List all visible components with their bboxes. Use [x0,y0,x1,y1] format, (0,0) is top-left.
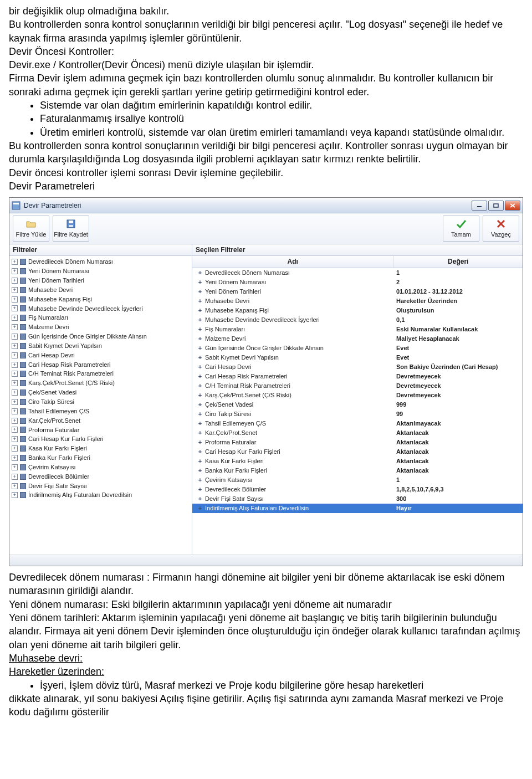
expand-icon[interactable]: + [12,287,18,293]
grid-row[interactable]: +Muhasebe DevriHareketler Üzerinden [192,296,523,306]
expand-icon[interactable]: + [12,390,18,396]
tree-item[interactable]: +Malzeme Devri [12,322,190,332]
expand-icon[interactable]: + [197,419,203,428]
grid-row[interactable]: +Cari Hesap Kur Farkı FişleriAktarılacak [192,447,523,457]
grid-row[interactable]: +Kar.Çek/Prot.SenetAktarılacak [192,428,523,438]
tree-item[interactable]: +Muhasebe Devri [12,285,190,295]
tree-item[interactable]: +Cari Hesap Risk Parametreleri [12,360,190,370]
grid-row[interactable]: +Devir Fişi Satır Sayısı300 [192,494,523,504]
expand-icon[interactable]: + [197,353,203,362]
expand-icon[interactable]: + [197,278,203,287]
expand-icon[interactable]: + [197,315,203,325]
titlebar[interactable]: Devir Parametreleri [9,198,523,213]
expand-icon[interactable]: + [197,381,203,391]
tree-item[interactable]: +Devredilecek Bölümler [12,472,190,481]
expand-icon[interactable]: + [197,287,203,296]
expand-icon[interactable]: + [197,334,203,344]
tree-item[interactable]: +Kasa Kur Farkı Fişleri [12,444,190,453]
expand-icon[interactable]: + [197,400,203,409]
tree-item[interactable]: +Banka Kur Farkı Fişleri [12,453,190,463]
tree-item[interactable]: +Devredilecek Dönem Numarası [12,257,190,266]
minimize-button[interactable] [472,201,487,211]
expand-icon[interactable]: + [12,474,18,480]
filters-tree[interactable]: +Devredilecek Dönem Numarası+Yeni Dönem … [9,256,192,555]
expand-icon[interactable]: + [197,504,203,513]
tree-item[interactable]: +Ciro Takip Süresi [12,397,190,407]
tree-item[interactable]: +Yeni Dönem Numarası [12,266,190,276]
expand-icon[interactable]: + [197,372,203,381]
expand-icon[interactable]: + [12,334,18,340]
expand-icon[interactable]: + [12,352,18,358]
expand-icon[interactable]: + [12,464,18,470]
expand-icon[interactable]: + [197,475,203,485]
tree-item[interactable]: +Sabit Kıymet Devri Yapılsın [12,341,190,351]
expand-icon[interactable]: + [12,492,18,498]
grid-col-value[interactable]: Değeri [393,256,523,267]
expand-icon[interactable]: + [12,380,18,386]
expand-icon[interactable]: + [12,362,18,368]
tree-item[interactable]: +Fiş Numaraları [12,313,190,322]
tree-item[interactable]: +Muhasebe Kapanış Fişi [12,295,190,304]
grid-row[interactable]: +Karş.Çek/Prot.Senet (Ç/S Riski)Devretme… [192,391,523,400]
tree-item[interactable]: +Muhasebe Devrinde Devredilecek İşyerler… [12,304,190,314]
expand-icon[interactable]: + [197,409,203,419]
expand-icon[interactable]: + [12,268,18,274]
grid-row[interactable]: +Kasa Kur Farkı FişleriAktarılacak [192,457,523,466]
tree-item[interactable]: +Çek/Senet Vadesi [12,388,190,397]
grid-row[interactable]: +Gün İçerisinde Önce Girişler Dikkate Al… [192,344,523,353]
tree-item[interactable]: +Cari Hesap Kur Farkı Fişleri [12,434,190,444]
grid-row[interactable]: +Cari Hesap Risk ParametreleriDevretmeye… [192,372,523,381]
expand-icon[interactable]: + [197,485,203,494]
expand-icon[interactable]: + [197,494,203,504]
tree-item[interactable]: +Gün İçerisinde Önce Girişler Dikkate Al… [12,332,190,341]
expand-icon[interactable]: + [12,445,18,452]
expand-icon[interactable]: + [12,427,18,433]
selected-filters-grid[interactable]: +Devredilecek Dönem Numarası1+Yeni Dönem… [192,268,523,555]
tree-item[interactable]: +İndirilmemiş Alış Faturaları Devredilsi… [12,490,190,500]
grid-row[interactable]: +Yeni Dönem Tarihleri01.01.2012 - 31.12.… [192,287,523,296]
cancel-button[interactable]: Vazgeç [483,216,519,242]
expand-icon[interactable]: + [12,436,18,442]
grid-row[interactable]: +Ciro Takip Süresi99 [192,409,523,419]
tree-item[interactable]: +Tahsil Edilemeyen Ç/S [12,407,190,416]
expand-icon[interactable]: + [12,324,18,330]
grid-row[interactable]: +Fiş NumaralarıEski Numaralar Kullanılac… [192,325,523,334]
tree-item[interactable]: +Proforma Faturalar [12,426,190,435]
grid-row[interactable]: +Muhasebe Devrinde Devredilecek İşyerler… [192,315,523,325]
grid-row[interactable]: +Çek/Senet Vadesi999 [192,400,523,409]
expand-icon[interactable]: + [197,306,203,315]
tree-item[interactable]: +Cari Hesap Devri [12,351,190,360]
tree-item[interactable]: +Yeni Dönem Tarihleri [12,276,190,285]
filter-save-button[interactable]: Filtre Kaydet [53,216,89,242]
expand-icon[interactable]: + [12,455,18,461]
grid-row[interactable]: +Malzeme DevriMaliyet Hesaplanacak [192,334,523,344]
grid-row[interactable]: +Devredilecek Dönem Numarası1 [192,268,523,278]
grid-row[interactable]: +Proforma FaturalarAktarılacak [192,438,523,447]
expand-icon[interactable]: + [197,391,203,400]
tree-item[interactable]: +Karş.Çek/Prot.Senet (Ç/S Riski) [12,378,190,388]
grid-row[interactable]: +Devredilecek Bölümler1,8,2,5,10,7,6,9,3 [192,485,523,494]
expand-icon[interactable]: + [197,325,203,334]
expand-icon[interactable]: + [197,438,203,447]
grid-row[interactable]: +Cari Hesap DevriSon Bakiye Üzerinden (C… [192,362,523,372]
expand-icon[interactable]: + [12,278,18,284]
expand-icon[interactable]: + [12,399,18,405]
expand-icon[interactable]: + [197,428,203,438]
expand-icon[interactable]: + [197,344,203,353]
expand-icon[interactable]: + [197,296,203,306]
tree-item[interactable]: +C/H Teminat Risk Parametreleri [12,369,190,378]
expand-icon[interactable]: + [12,259,18,265]
grid-row[interactable]: +İndirilmemiş Alış Faturaları Devredilsi… [192,504,523,513]
grid-row[interactable]: +Tahsil Edilemeyen Ç/SAktarılmayacak [192,419,523,428]
close-button[interactable] [505,201,520,211]
expand-icon[interactable]: + [12,343,18,349]
grid-row[interactable]: +C/H Teminat Risk ParametreleriDevretmey… [192,381,523,391]
grid-row[interactable]: +Sabit Kıymet Devri YapılsınEvet [192,353,523,362]
grid-row[interactable]: +Banka Kur Farkı FişleriAktarılacak [192,466,523,475]
grid-row[interactable]: +Çevirim Katsayısı1 [192,475,523,485]
expand-icon[interactable]: + [12,305,18,311]
grid-row[interactable]: +Muhasebe Kapanış FişiOluşturulsun [192,306,523,315]
grid-row[interactable]: +Yeni Dönem Numarası2 [192,278,523,287]
expand-icon[interactable]: + [197,268,203,278]
expand-icon[interactable]: + [12,408,18,414]
